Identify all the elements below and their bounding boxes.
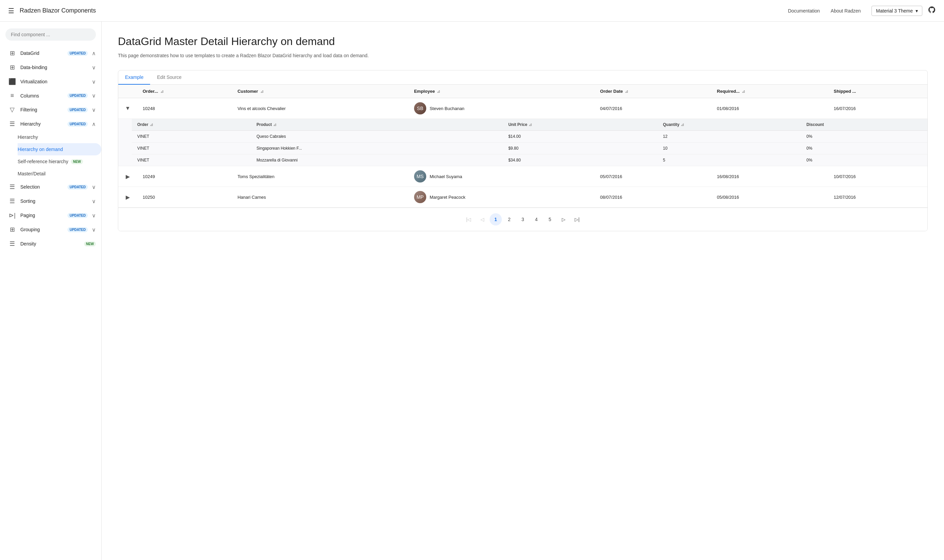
sidebar-item-grouping[interactable]: ⊞ Grouping Updated ∨ <box>0 222 101 237</box>
sidebar-item-label-filtering: Filtering <box>20 107 63 112</box>
datagrid-header: Order... ⊿ Customer ⊿ <box>118 85 927 98</box>
th-customer: Customer ⊿ <box>232 85 409 98</box>
cell-employee: MS Michael Suyama <box>409 166 595 187</box>
expand-cell[interactable]: ▶ <box>118 187 137 208</box>
sub-filter-icon[interactable]: ⊿ <box>529 122 532 127</box>
page-btn-3[interactable]: 3 <box>517 213 529 226</box>
theme-selector[interactable]: Material 3 Theme ▾ <box>872 6 922 16</box>
sidebar-item-density[interactable]: ☰ Density New <box>0 237 101 251</box>
sidebar-item-hierarchy[interactable]: ☰ Hierarchy Updated ∧ <box>0 117 101 131</box>
sub-filter-icon[interactable]: ⊿ <box>150 122 153 127</box>
chevron-down-icon-pag: ∨ <box>92 212 96 219</box>
expand-button[interactable]: ▶ <box>124 193 132 201</box>
datagrid-icon: ⊞ <box>8 49 16 57</box>
sidebar-item-filtering[interactable]: ▽ Filtering Updated ∨ <box>0 103 101 117</box>
sidebar-item-self-reference[interactable]: Self-reference hierarchy New <box>18 155 101 168</box>
menu-icon[interactable]: ☰ <box>8 7 14 15</box>
sub-th-discount: Discount <box>801 119 927 131</box>
sidebar-item-master-detail[interactable]: Master/Detail <box>18 168 101 180</box>
sub-cell-discount: 0% <box>801 131 927 143</box>
chevron-down-icon: ▾ <box>916 8 918 14</box>
tab-edit-source[interactable]: Edit Source <box>150 71 188 85</box>
chevron-down-icon-grp: ∨ <box>92 226 96 233</box>
th-required: Required... ⊿ <box>711 85 828 98</box>
page-prev-button[interactable]: ◁ <box>476 213 488 226</box>
sidebar-item-label-hierarchy: Hierarchy <box>20 121 63 127</box>
expand-cell[interactable]: ▶ <box>118 166 137 187</box>
page-first-button[interactable]: |◁ <box>463 213 475 226</box>
avatar: MP <box>414 191 426 203</box>
page-btn-5[interactable]: 5 <box>544 213 556 226</box>
sidebar-item-sorting[interactable]: ☰ Sorting ∨ <box>0 194 101 208</box>
sidebar-item-datagrid[interactable]: ⊞ DataGrid Updated ∧ <box>0 46 101 60</box>
sub-cell-unit-price: $14.00 <box>503 131 657 143</box>
expand-button[interactable]: ▶ <box>124 172 132 180</box>
th-employee: Employee ⊿ <box>409 85 595 98</box>
sidebar-item-label-sorting: Sorting <box>20 198 88 204</box>
virtualization-icon: ⬛ <box>8 78 16 85</box>
avatar: SB <box>414 102 426 114</box>
top-navigation: ☰ Radzen Blazor Components Documentation… <box>0 0 944 22</box>
sidebar-item-selection[interactable]: ☰ Selection Updated ∨ <box>0 180 101 194</box>
page-btn-2[interactable]: 2 <box>503 213 515 226</box>
page-btn-1[interactable]: 1 <box>490 213 502 226</box>
main-content: DataGrid Master Detail Hierarchy on dema… <box>102 22 944 560</box>
nav-link-about[interactable]: About Radzen <box>831 8 861 14</box>
filtering-badge: Updated <box>68 107 88 112</box>
main-layout: ⊞ DataGrid Updated ∧ ⊞ Data-binding ∨ ⬛ … <box>0 22 944 560</box>
filter-icon-customer[interactable]: ⊿ <box>260 89 264 94</box>
sidebar-item-hierarchy-basic[interactable]: Hierarchy <box>18 131 101 143</box>
search-input[interactable] <box>5 28 96 41</box>
sidebar-item-label-datagrid: DataGrid <box>20 51 63 56</box>
hierarchy-submenu: Hierarchy Hierarchy on demand Self-refer… <box>0 131 101 180</box>
cell-required: 05/08/2016 <box>711 187 828 208</box>
chevron-down-icon-virt: ∨ <box>92 78 96 85</box>
filter-icon-orderdate[interactable]: ⊿ <box>625 89 628 94</box>
filter-icon-required[interactable]: ⊿ <box>742 89 745 94</box>
sub-filter-icon[interactable]: ⊿ <box>273 122 276 127</box>
sidebar-item-hierarchy-on-demand[interactable]: Hierarchy on demand <box>18 143 101 155</box>
sidebar-item-paging[interactable]: ⊳| Paging Updated ∨ <box>0 208 101 222</box>
theme-label: Material 3 Theme <box>876 8 913 14</box>
paging-badge: Updated <box>68 213 88 218</box>
columns-icon: ≡ <box>8 92 16 99</box>
cell-order-id: 10248 <box>137 98 232 119</box>
sidebar-item-columns[interactable]: ≡ Columns Updated ∨ <box>0 89 101 103</box>
filter-icon-order[interactable]: ⊿ <box>160 89 164 94</box>
expand-button[interactable]: ▼ <box>124 104 132 112</box>
detail-row: Order⊿Product⊿Unit Price⊿Quantity⊿Discou… <box>118 119 927 166</box>
page-next-button[interactable]: ▷ <box>557 213 569 226</box>
page-last-button[interactable]: ▷| <box>571 213 583 226</box>
sub-cell-quantity: 12 <box>658 131 801 143</box>
grouping-icon: ⊞ <box>8 226 16 233</box>
sidebar-item-databinding[interactable]: ⊞ Data-binding ∨ <box>0 60 101 74</box>
search-wrapper <box>0 26 101 46</box>
sidebar-item-virtualization[interactable]: ⬛ Virtualization ∨ <box>0 74 101 89</box>
grouping-badge: Updated <box>68 227 88 232</box>
cell-order-id: 10249 <box>137 166 232 187</box>
sub-cell-product: Mozzarella di Giovanni <box>251 154 503 166</box>
tab-example[interactable]: Example <box>118 71 150 85</box>
datagrid-wrapper: Order... ⊿ Customer ⊿ <box>118 85 927 208</box>
github-icon[interactable] <box>928 6 936 16</box>
cell-customer: Vins et alcools Chevalier <box>232 98 409 119</box>
sub-cell-product: Queso Cabrales <box>251 131 503 143</box>
page-btn-4[interactable]: 4 <box>530 213 543 226</box>
expand-cell[interactable]: ▼ <box>118 98 137 119</box>
sub-filter-icon[interactable]: ⊿ <box>681 122 684 127</box>
sidebar-item-label-columns: Columns <box>20 93 63 98</box>
filter-icon-employee[interactable]: ⊿ <box>437 89 440 94</box>
self-reference-badge: New <box>71 159 83 164</box>
sidebar-item-label-grouping: Grouping <box>20 227 63 232</box>
detail-cell: Order⊿Product⊿Unit Price⊿Quantity⊿Discou… <box>118 119 927 166</box>
list-item: VINET Mozzarella di Giovanni $34.80 5 0% <box>132 154 927 166</box>
sub-cell-unit-price: $34.80 <box>503 154 657 166</box>
nav-link-docs[interactable]: Documentation <box>788 8 820 14</box>
cell-customer: Toms Spezialitäten <box>232 166 409 187</box>
sidebar-item-label-density: Density <box>20 241 80 246</box>
sidebar-item-label-databinding: Data-binding <box>20 65 88 70</box>
page-description: This page demonstrates how to use templa… <box>118 52 928 59</box>
list-item: VINET Singaporean Hokkien F... $9.80 10 … <box>132 143 927 154</box>
table-row: ▶ 10249 Toms Spezialitäten MS Michael Su… <box>118 166 927 187</box>
datagrid-body: ▼ 10248 Vins et alcools Chevalier SB Ste… <box>118 98 927 208</box>
